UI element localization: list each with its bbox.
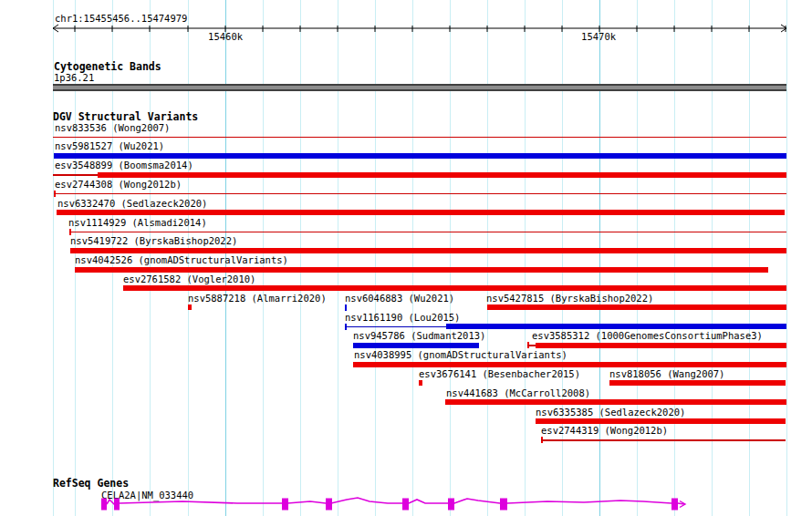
gene-direction-arrow-icon: [680, 501, 685, 508]
variant-label[interactable]: nsv5981527 (Wu2021): [55, 141, 164, 151]
region-coordinates-label: chr1:15455456..15474979: [55, 14, 187, 24]
gridline: [637, 0, 638, 516]
variant-bar-thick[interactable]: [57, 210, 785, 215]
variant-label[interactable]: nsv945786 (Sudmant2013): [353, 331, 485, 341]
variant-bar-thick[interactable]: [609, 380, 786, 386]
gridline: [599, 0, 600, 516]
gridline: [712, 0, 713, 516]
variant-label[interactable]: esv3676141 (Besenbacher2015): [419, 369, 580, 379]
gridline: [338, 0, 338, 516]
variant-bar-thick[interactable]: [54, 153, 786, 159]
variant-label[interactable]: esv3548899 (Boomsma2014): [55, 160, 193, 170]
variant-label[interactable]: nsv1114929 (Alsmadi2014): [68, 218, 207, 228]
variant-bar-thin[interactable]: [527, 345, 536, 346]
variant-bar-thin[interactable]: [345, 326, 446, 328]
dgv-section-title: DGV Structural Variants: [53, 111, 198, 122]
variant-bar-thin[interactable]: [69, 232, 786, 233]
variant-label[interactable]: nsv6332470 (Sedlazeck2020): [57, 199, 207, 209]
genome-browser-view: chr1:15455456..15474979 15460k15470k Cyt…: [0, 0, 812, 516]
cytogenetic-section-title: Cytogenetic Bands: [54, 61, 161, 72]
variant-label[interactable]: nsv5887218 (Almarri2020): [188, 294, 327, 304]
variant-bar-block[interactable]: [419, 380, 422, 386]
variant-label[interactable]: nsv6046883 (Wu2021): [345, 294, 454, 304]
gridline: [786, 0, 787, 516]
variant-bar-thick[interactable]: [98, 172, 786, 178]
variant-bar-thick[interactable]: [487, 304, 786, 310]
variant-bar-thin[interactable]: [53, 174, 98, 176]
gridline: [487, 0, 488, 516]
cytoband-bar[interactable]: [53, 84, 786, 91]
variant-label[interactable]: nsv5427815 (ByrskaBishop2022): [486, 294, 653, 304]
gridline: [525, 0, 526, 516]
variant-bar-thick[interactable]: [353, 343, 479, 348]
variant-label[interactable]: nsv1161190 (Lou2015): [345, 313, 460, 323]
gene-name-label[interactable]: CELA2A|NM_033440: [101, 490, 193, 501]
variant-label[interactable]: nsv4042526 (gnomADStructuralVariants): [75, 255, 288, 265]
variant-label[interactable]: esv2744319 (Wong2012b): [541, 426, 668, 436]
variant-bar-thick[interactable]: [536, 343, 786, 348]
variant-label[interactable]: esv2744308 (Wong2012b): [55, 180, 182, 190]
variant-bar-tick[interactable]: [345, 304, 347, 311]
variant-bar-block[interactable]: [188, 304, 192, 310]
variant-bar-thick[interactable]: [353, 362, 786, 367]
variant-label[interactable]: esv3585312 (1000GenomesConsortiumPhase3): [532, 331, 763, 341]
variant-label[interactable]: nsv5419722 (ByrskaBishop2022): [70, 236, 237, 246]
gridline: [412, 0, 413, 516]
cytoband-label: 1p36.21: [54, 73, 94, 83]
variant-label[interactable]: nsv833536 (Wong2007): [55, 123, 170, 133]
ruler-tick-label: 15470k: [581, 32, 616, 42]
variant-bar-thin[interactable]: [54, 193, 786, 195]
gene-exon-block[interactable]: [326, 499, 332, 511]
variant-label[interactable]: nsv818056 (Wang2007): [609, 369, 724, 379]
variant-bar-thick[interactable]: [445, 399, 786, 405]
variant-bar-thick[interactable]: [70, 248, 786, 253]
variant-bar-thick[interactable]: [75, 267, 768, 273]
variant-label[interactable]: esv2761582 (Vogler2010): [123, 274, 255, 284]
gene-exon-block[interactable]: [500, 499, 507, 511]
gridline: [749, 0, 750, 516]
gene-exon-block[interactable]: [282, 499, 288, 511]
gridline: [375, 0, 376, 516]
variant-bar-thick[interactable]: [123, 285, 786, 291]
gridline: [300, 0, 301, 516]
variant-label[interactable]: nsv441683 (McCarroll2008): [446, 388, 590, 398]
variant-bar-thick[interactable]: [446, 324, 786, 329]
gridline: [674, 0, 675, 516]
variant-bar-thick[interactable]: [536, 418, 786, 424]
gridline: [450, 0, 451, 516]
gridline: [562, 0, 563, 516]
variant-label[interactable]: nsv6335385 (Sedlazeck2020): [536, 408, 685, 418]
variant-bar-thin[interactable]: [53, 137, 786, 139]
variant-label[interactable]: nsv4038995 (gnomADStructuralVariants): [354, 350, 567, 360]
refseq-section-title: RefSeq Genes: [53, 478, 129, 489]
gene-exon-block[interactable]: [402, 499, 409, 511]
ruler-tick-label: 15460k: [208, 32, 243, 42]
variant-bar-thin[interactable]: [541, 439, 786, 441]
